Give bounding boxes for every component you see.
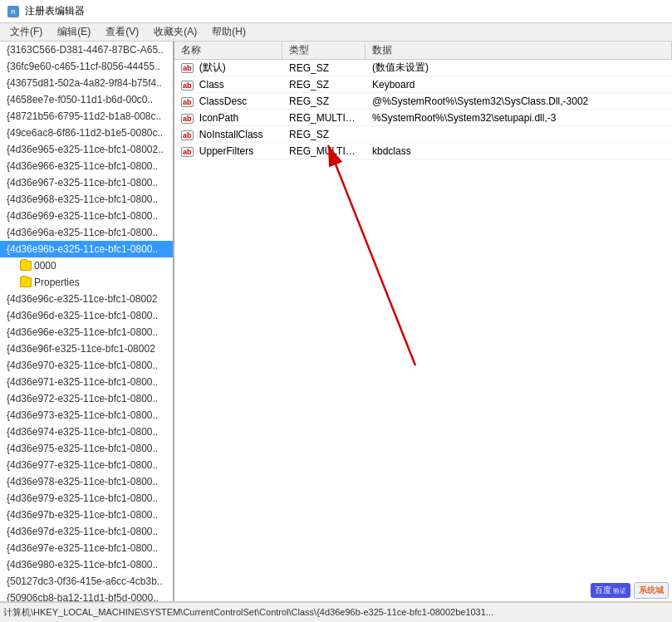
tree-item[interactable]: {50906cb8-ba12-11d1-bf5d-0000.. xyxy=(0,590,173,601)
menu-favorites[interactable]: 收藏夹(A) xyxy=(147,23,204,41)
col-header-type[interactable]: 类型 xyxy=(282,42,365,59)
menu-view[interactable]: 查看(V) xyxy=(99,23,145,41)
reg-name-noinstallclass: ab NoInstallClass xyxy=(174,127,282,142)
tree-item[interactable]: {4d36e970-e325-11ce-bfc1-0800.. xyxy=(0,357,173,374)
tree-item[interactable]: {4d36e968-e325-11ce-bfc1-0800.. xyxy=(0,191,173,208)
reg-row-classdesc[interactable]: ab ClassDesc REG_SZ @%SystemRoot%\System… xyxy=(174,93,672,110)
reg-name-upperfilters: ab UpperFilters xyxy=(174,144,282,159)
ab-icon: ab xyxy=(181,81,194,91)
reg-type-class: REG_SZ xyxy=(282,77,365,92)
tree-item[interactable]: {4d36e97b-e325-11ce-bfc1-0800.. xyxy=(0,507,173,523)
tree-item[interactable]: {4d36e967-e325-11ce-bfc1-0800.. xyxy=(0,174,173,191)
tree-item[interactable]: {4d36e973-e325-11ce-bfc1-0800.. xyxy=(0,407,173,424)
ab-icon: ab xyxy=(181,147,194,157)
tree-item[interactable]: {4d36e966-e325-11ce-bfc1-0800.. xyxy=(0,158,173,174)
tree-item[interactable]: {4d36e96f-e325-11ce-bfc1-08002 xyxy=(0,340,173,357)
reg-name-iconpath: ab IconPath xyxy=(174,110,282,125)
tree-item[interactable]: {4d36e978-e325-11ce-bfc1-0800.. xyxy=(0,473,173,490)
tree-item[interactable]: {4d36e975-e325-11ce-bfc1-0800.. xyxy=(0,440,173,457)
title-bar-left: R 注册表编辑器 xyxy=(7,4,85,18)
reg-type-iconpath: REG_MULTI_SZ xyxy=(282,110,365,125)
reg-data-default: (数值未设置) xyxy=(365,60,672,76)
tree-item[interactable]: {4d36e96e-e325-11ce-bfc1-0800.. xyxy=(0,324,173,340)
tree-item[interactable]: {4d36e971-e325-11ce-bfc1-0800.. xyxy=(0,374,173,390)
reg-name-classdesc: ab ClassDesc xyxy=(174,94,282,109)
tree-item[interactable]: {4d36e972-e325-11ce-bfc1-0800.. xyxy=(0,390,173,407)
tree-item[interactable]: {4d36e96c-e325-11ce-bfc1-08002 xyxy=(0,291,173,307)
tree-item[interactable]: {4d36e979-e325-11ce-bfc1-0800.. xyxy=(0,490,173,507)
folder-icon xyxy=(20,277,32,287)
menu-help[interactable]: 帮助(H) xyxy=(205,23,253,41)
reg-data-classdesc: @%SystemRoot%\System32\SysClass.Dll,-300… xyxy=(365,94,672,109)
tree-item[interactable]: {4d36e96a-e325-11ce-bfc1-0800.. xyxy=(0,224,173,241)
tree-item[interactable]: {4d36e97e-e325-11ce-bfc1-0800.. xyxy=(0,540,173,556)
reg-name-default: ab (默认) xyxy=(174,60,282,76)
menu-bar: 文件(F) 编辑(E) 查看(V) 收藏夹(A) 帮助(H) xyxy=(0,23,672,42)
app-icon: R xyxy=(7,5,20,18)
svg-text:R: R xyxy=(11,8,16,16)
col-header-name[interactable]: 名称 xyxy=(174,42,282,59)
reg-type-noinstallclass: REG_SZ xyxy=(282,127,365,142)
status-bar: 计算机\HKEY_LOCAL_MACHINE\SYSTEM\CurrentCon… xyxy=(0,602,672,622)
xtc-logo: 系统城 xyxy=(634,582,669,599)
tree-item[interactable]: {4658ee7e-f050-11d1-b6d-00c0.. xyxy=(0,91,173,108)
tree-item[interactable]: {4d36e97d-e325-11ce-bfc1-0800.. xyxy=(0,523,173,540)
main-area: {3163C566-D381-4467-87BC-A65.. {36fc9e60… xyxy=(0,42,672,602)
menu-edit[interactable]: 编辑(E) xyxy=(51,23,97,41)
tree-item[interactable]: {43675d81-502a-4a82-9f84-b75f4.. xyxy=(0,75,173,91)
tree-item[interactable]: {49ce6ac8-6f86-11d2-b1e5-0080c.. xyxy=(0,125,173,141)
tree-item[interactable]: {4d36e96d-e325-11ce-bfc1-0800.. xyxy=(0,307,173,324)
tree-item-0000[interactable]: 0000 xyxy=(0,257,173,274)
app-title: 注册表编辑器 xyxy=(25,4,85,18)
reg-name-class: ab Class xyxy=(174,77,282,92)
column-headers: 名称 类型 数据 xyxy=(174,42,672,60)
tree-item[interactable]: {4d36e974-e325-11ce-bfc1-0800.. xyxy=(0,424,173,440)
ab-icon: ab xyxy=(181,97,194,107)
ab-icon: ab xyxy=(181,130,194,140)
ab-icon: ab xyxy=(181,63,194,73)
tree-item[interactable]: {4d36e977-e325-11ce-bfc1-0800.. xyxy=(0,457,173,473)
reg-row-default[interactable]: ab (默认) REG_SZ (数值未设置) xyxy=(174,60,672,76)
reg-type-default: REG_SZ xyxy=(282,61,365,76)
folder-icon xyxy=(20,261,32,271)
status-path: 计算机\HKEY_LOCAL_MACHINE\SYSTEM\CurrentCon… xyxy=(3,606,493,619)
reg-data-upperfilters: kbdclass xyxy=(365,144,672,159)
reg-content: ab (默认) REG_SZ (数值未设置) ab Class REG_SZ K… xyxy=(174,60,672,601)
reg-type-classdesc: REG_SZ xyxy=(282,94,365,109)
reg-data-iconpath: %SystemRoot%\System32\setupapi.dll,-3 xyxy=(365,110,672,125)
reg-row-upperfilters[interactable]: ab UpperFilters REG_MULTI_SZ kbdclass xyxy=(174,143,672,159)
watermarks: 百度 验证 系统城 xyxy=(591,582,669,599)
reg-type-upperfilters: REG_MULTI_SZ xyxy=(282,144,365,159)
baidu-logo: 百度 验证 xyxy=(591,583,630,598)
reg-data-noinstallclass xyxy=(365,133,672,136)
tree-item[interactable]: {36fc9e60-c465-11cf-8056-44455.. xyxy=(0,58,173,75)
tree-item[interactable]: {4d36e980-e325-11ce-bfc1-0800.. xyxy=(0,556,173,573)
ab-icon: ab xyxy=(181,114,194,124)
menu-file[interactable]: 文件(F) xyxy=(3,23,49,41)
tree-item-properties[interactable]: Properties xyxy=(0,274,173,291)
tree-item-selected[interactable]: {4d36e96b-e325-11ce-bfc1-0800.. xyxy=(0,241,173,257)
left-panel: {3163C566-D381-4467-87BC-A65.. {36fc9e60… xyxy=(0,42,174,601)
reg-row-noinstallclass[interactable]: ab NoInstallClass REG_SZ xyxy=(174,126,672,143)
title-bar: R 注册表编辑器 xyxy=(0,0,672,23)
tree-item[interactable]: {48721b56-6795-11d2-b1a8-008c.. xyxy=(0,108,173,125)
tree-item[interactable]: {4d36e965-e325-11ce-bfc1-08002.. xyxy=(0,141,173,158)
reg-row-class[interactable]: ab Class REG_SZ Keyboard xyxy=(174,76,672,93)
tree-item[interactable]: {50127dc3-0f36-415e-a6cc-4cb3b.. xyxy=(0,573,173,590)
tree-item[interactable]: {3163C566-D381-4467-87BC-A65.. xyxy=(0,42,173,58)
reg-data-class: Keyboard xyxy=(365,77,672,92)
col-header-data[interactable]: 数据 xyxy=(365,42,672,59)
tree-content[interactable]: {3163C566-D381-4467-87BC-A65.. {36fc9e60… xyxy=(0,42,173,601)
right-panel: 名称 类型 数据 ab (默认) REG_SZ (数值未设置) ab Class xyxy=(174,42,672,601)
tree-item[interactable]: {4d36e969-e325-11ce-bfc1-0800.. xyxy=(0,208,173,224)
reg-row-iconpath[interactable]: ab IconPath REG_MULTI_SZ %SystemRoot%\Sy… xyxy=(174,110,672,126)
